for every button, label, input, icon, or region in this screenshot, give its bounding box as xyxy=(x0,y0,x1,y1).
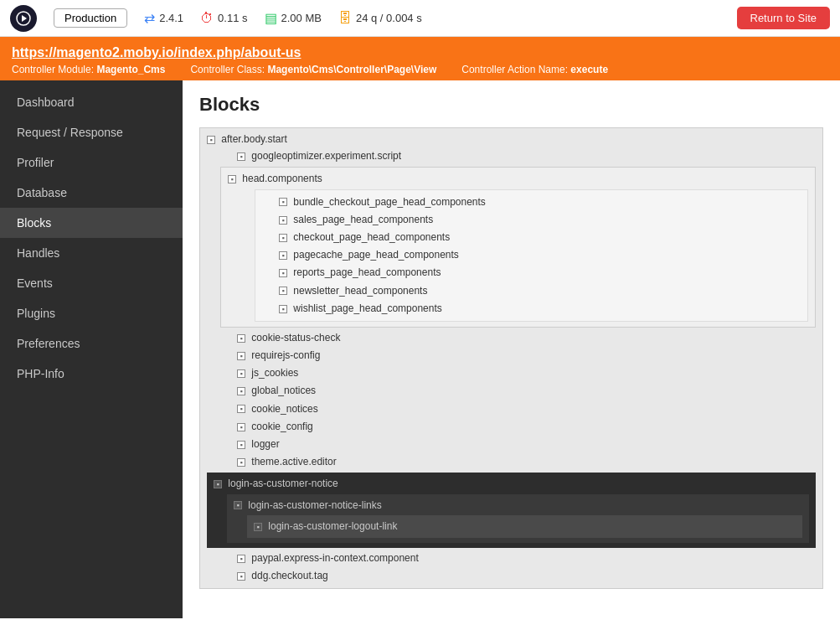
sidebar-item-database[interactable]: Database xyxy=(0,178,183,208)
head-components-children: ▪ bundle_checkout_page_head_components ▪… xyxy=(255,189,808,322)
tree-group-login-notice: ▪ login-as-customer-notice ▪ login-as-cu… xyxy=(207,473,816,548)
expand-icon[interactable]: ▪ xyxy=(237,458,245,467)
expand-icon[interactable]: ▪ xyxy=(254,523,262,531)
controller-module: Controller Module: Magento_Cms xyxy=(12,64,165,75)
expand-icon[interactable]: ▪ xyxy=(237,334,245,343)
tree-leaf: ▪ cookie_notices xyxy=(207,400,816,418)
expand-icon[interactable]: ▪ xyxy=(237,572,245,581)
tree-group-login-links: ▪ login-as-customer-notice-links ▪ login… xyxy=(227,494,809,543)
tree-leaf: ▪ paypal.express-in-context.component xyxy=(207,550,816,567)
tree-group-head-components: ▪ head.components ▪ bundle_checkout_page… xyxy=(220,167,816,328)
expand-icon[interactable]: ▪ xyxy=(234,501,242,509)
page-title: Blocks xyxy=(199,94,823,116)
tree-leaf: ▪ logger xyxy=(207,436,816,453)
share-icon: ⇄ xyxy=(144,10,155,26)
expand-icon[interactable]: ▪ xyxy=(237,352,245,360)
tree-leaf: ▪ newsletter_head_components xyxy=(262,282,801,300)
tree-leaf: ▪ wishlist_page_head_components xyxy=(262,300,801,318)
controller-action: Controller Action Name: execute xyxy=(461,64,608,75)
expand-icon[interactable]: ▪ xyxy=(237,152,245,161)
metric-memory: ▤ 2.00 MB xyxy=(265,10,322,26)
tree-leaf: ▪ checkout_page_head_components xyxy=(262,229,801,246)
sidebar-item-dashboard[interactable]: Dashboard xyxy=(0,87,183,117)
expand-icon[interactable]: ▪ xyxy=(228,175,236,183)
tree-leaf-googleoptimizer: ▪ googleoptimizer.experiment.script xyxy=(207,147,816,165)
tree-leaf: ▪ js_cookies xyxy=(207,364,816,382)
url-bar: https://magento2.moby.io/index.php/about… xyxy=(0,37,840,80)
sidebar-item-profiler[interactable]: Profiler xyxy=(0,147,183,178)
metric-time: ⏱ 0.11 s xyxy=(200,11,247,26)
sidebar-item-handles[interactable]: Handles xyxy=(0,238,183,268)
sidebar-item-blocks[interactable]: Blocks xyxy=(0,208,183,238)
sidebar-item-request-response[interactable]: Request / Response xyxy=(0,117,183,147)
expand-icon[interactable]: ▪ xyxy=(214,480,222,488)
tree-leaf: ▪ pagecache_page_head_components xyxy=(262,246,801,264)
return-to-site-button[interactable]: Return to Site xyxy=(737,7,831,29)
tree-leaf: ▪ theme.active.editor xyxy=(207,453,816,471)
tree-leaf: ▪ cookie_config xyxy=(207,418,816,436)
expand-icon[interactable]: ▪ xyxy=(279,216,287,225)
metric-version: ⇄ 2.4.1 xyxy=(144,10,183,26)
metric-queries: 🗄 24 q / 0.004 s xyxy=(338,11,422,26)
database-icon: 🗄 xyxy=(338,11,352,26)
top-bar: Production ⇄ 2.4.1 ⏱ 0.11 s ▤ 2.00 MB 🗄 … xyxy=(0,0,840,37)
expand-icon[interactable]: ▪ xyxy=(279,251,287,260)
sidebar-item-plugins[interactable]: Plugins xyxy=(0,298,183,328)
sidebar-item-phpinfo[interactable]: PHP-Info xyxy=(0,359,183,389)
tree-leaf: ▪ sales_page_head_components xyxy=(262,211,801,229)
expand-icon[interactable]: ▪ xyxy=(237,369,245,378)
tree-leaf: ▪ ddg.checkout.tag xyxy=(207,567,816,585)
controller-meta: Controller Module: Magento_Cms Controlle… xyxy=(12,64,828,75)
controller-class: Controller Class: Magento\Cms\Controller… xyxy=(190,64,436,75)
expand-icon[interactable]: ▪ xyxy=(279,287,287,295)
tree-leaf: ▪ global_notices xyxy=(207,382,816,400)
expand-icon[interactable]: ▪ xyxy=(237,405,245,413)
blocks-tree: ▪ after.body.start ▪ googleoptimizer.exp… xyxy=(199,127,823,589)
expand-icon[interactable]: ▪ xyxy=(237,555,245,563)
layout: Dashboard Request / Response Profiler Da… xyxy=(0,80,840,618)
tree-leaf: ▪ reports_page_head_components xyxy=(262,264,801,282)
environment-button[interactable]: Production xyxy=(54,8,127,28)
sidebar: Dashboard Request / Response Profiler Da… xyxy=(0,80,183,618)
group-label: after.body.start xyxy=(221,133,287,145)
memory-icon: ▤ xyxy=(265,10,277,26)
expand-icon[interactable]: ▪ xyxy=(279,305,287,313)
group-label: head.components xyxy=(242,173,322,184)
expand-icon[interactable]: ▪ xyxy=(279,234,287,242)
sidebar-item-events[interactable]: Events xyxy=(0,268,183,298)
tree-leaf: ▪ bundle_checkout_page_head_components xyxy=(262,194,801,211)
tree-leaf-login-logout: ▪ login-as-customer-logout-link xyxy=(247,515,802,538)
tree-leaf: ▪ requirejs-config xyxy=(207,347,816,364)
tree-group-after-body-start: ▪ after.body.start ▪ googleoptimizer.exp… xyxy=(199,127,823,589)
expand-icon[interactable]: ▪ xyxy=(237,441,245,449)
expand-icon[interactable]: ▪ xyxy=(237,423,245,431)
page-url[interactable]: https://magento2.moby.io/index.php/about… xyxy=(12,45,828,60)
expand-icon[interactable]: ▪ xyxy=(279,269,287,277)
svg-marker-1 xyxy=(22,15,27,22)
expand-icon[interactable]: ▪ xyxy=(279,198,287,206)
sidebar-item-preferences[interactable]: Preferences xyxy=(0,328,183,359)
clock-icon: ⏱ xyxy=(200,11,214,26)
expand-icon[interactable]: ▪ xyxy=(207,136,215,144)
tree-leaf: ▪ cookie-status-check xyxy=(207,329,816,347)
app-logo xyxy=(10,5,37,32)
main-content: Blocks ▪ after.body.start ▪ googleoptimi… xyxy=(183,80,840,618)
expand-icon[interactable]: ▪ xyxy=(237,387,245,395)
